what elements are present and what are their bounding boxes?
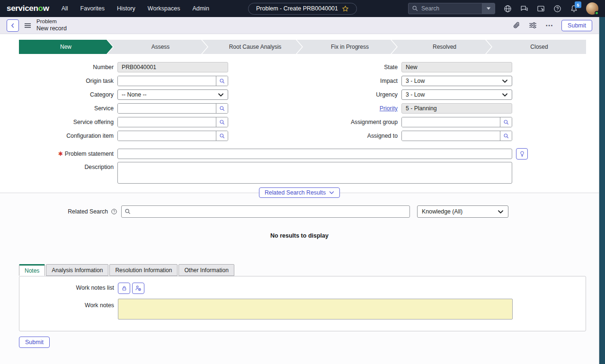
back-button[interactable] — [7, 19, 19, 32]
presence-indicator — [595, 11, 599, 15]
header-actions: 5 — [408, 2, 598, 15]
page-body: Problem New record ⋯ Submit New Assess R… — [0, 17, 599, 364]
category-select[interactable]: -- None -- — [117, 89, 228, 100]
tab-notes[interactable]: Notes — [19, 264, 45, 276]
assigned-to-lookup-button[interactable] — [500, 131, 512, 141]
chevron-down-icon — [502, 79, 508, 83]
assignment-group-input[interactable] — [402, 117, 500, 127]
nav-workspaces[interactable]: Workspaces — [148, 5, 180, 12]
attachment-icon[interactable] — [513, 22, 520, 29]
service-offering-input[interactable] — [118, 117, 216, 127]
state-field: New — [401, 62, 512, 72]
screen-share-icon[interactable] — [536, 4, 545, 13]
service-input[interactable] — [118, 104, 216, 113]
assignment-group-label: Assignment group — [303, 117, 398, 127]
lock-icon — [121, 285, 127, 292]
form-context-menu-icon[interactable] — [24, 23, 31, 28]
problem-statement-input[interactable] — [117, 149, 512, 159]
personalize-form-icon[interactable] — [529, 22, 537, 29]
stage-closed[interactable]: Closed — [486, 40, 586, 54]
related-search-results-toggle[interactable]: Related Search Results — [259, 187, 340, 198]
search-icon — [125, 208, 131, 215]
favorite-star-icon[interactable] — [342, 5, 349, 12]
knowledge-filter-select[interactable]: Knowledge (All) — [417, 205, 508, 218]
servicenow-logo[interactable]: servicenow — [7, 4, 49, 13]
tab-analysis-information[interactable]: Analysis Information — [46, 264, 108, 276]
nav-all[interactable]: All — [62, 5, 68, 12]
more-options-icon[interactable]: ⋯ — [545, 23, 553, 28]
record-header: Problem New record ⋯ Submit — [0, 17, 599, 34]
impact-label: Impact — [303, 76, 398, 86]
service-lookup-button[interactable] — [216, 104, 228, 113]
related-search-section: Related Search Results Related Search Kn… — [0, 193, 599, 264]
form-column-left: Number PRB0040001 Origin task — [19, 62, 228, 144]
nav-favorites[interactable]: Favorites — [80, 5, 105, 12]
context-pill-label: Problem - Create PRB0040001 — [256, 5, 338, 12]
work-notes-label: Work notes — [19, 300, 114, 311]
category-value: -- None -- — [122, 91, 147, 98]
help-circle-icon[interactable] — [111, 208, 117, 215]
work-notes-textarea[interactable] — [118, 299, 513, 320]
tab-resolution-information[interactable]: Resolution Information — [109, 264, 178, 276]
tab-strip: Notes Analysis Information Resolution In… — [19, 264, 599, 276]
global-search-input[interactable] — [421, 5, 479, 12]
search-icon — [412, 5, 418, 12]
stage-root-cause-analysis[interactable]: Root Cause Analysis — [202, 40, 302, 54]
configuration-item-label: Configuration item — [19, 131, 114, 141]
global-nav: All Favorites History Workspaces Admin — [62, 5, 209, 12]
description-textarea[interactable] — [117, 162, 512, 184]
configuration-item-input[interactable] — [118, 131, 216, 141]
required-marker: ✱ — [58, 151, 63, 157]
nav-history[interactable]: History — [117, 5, 135, 12]
problem-statement-label: ✱Problem statement — [19, 149, 114, 159]
origin-task-label: Origin task — [19, 76, 114, 86]
bell-icon[interactable]: 5 — [569, 4, 578, 13]
search-scope-dropdown[interactable] — [482, 3, 495, 14]
category-label: Category — [19, 89, 114, 100]
record-name: New record — [36, 25, 67, 32]
origin-task-lookup-button[interactable] — [216, 76, 228, 86]
service-label: Service — [19, 103, 114, 114]
work-notes-row: Work notes — [19, 299, 586, 320]
stage-resolved[interactable]: Resolved — [391, 40, 491, 54]
description-row: Description — [19, 162, 512, 186]
tabs-section: Notes Analysis Information Resolution In… — [0, 264, 599, 364]
assigned-to-input[interactable] — [402, 131, 500, 141]
impact-value: 3 - Low — [406, 78, 425, 84]
related-search-input[interactable] — [121, 205, 410, 218]
notes-tab-panel: Work notes list Work notes — [19, 276, 586, 331]
header-submit-button[interactable]: Submit — [561, 20, 592, 31]
priority-link-label[interactable]: Priority — [303, 103, 398, 114]
stage-assess[interactable]: Assess — [107, 40, 207, 54]
chevron-down-icon — [218, 93, 224, 97]
form-columns: Number PRB0040001 Origin task — [0, 62, 599, 144]
urgency-select[interactable]: 3 - Low — [401, 89, 512, 100]
chat-icon[interactable] — [520, 4, 528, 13]
record-header-actions: ⋯ Submit — [513, 20, 592, 31]
logo-accent: o — [38, 4, 43, 13]
global-search-field[interactable] — [409, 3, 482, 14]
work-notes-list-row: Work notes list — [19, 283, 586, 294]
notification-badge: 5 — [575, 1, 581, 8]
work-notes-list-label: Work notes list — [19, 283, 114, 294]
nav-admin[interactable]: Admin — [192, 5, 209, 12]
chevron-down-icon — [498, 210, 504, 214]
suggestion-lightbulb-button[interactable] — [516, 148, 528, 160]
user-avatar[interactable] — [586, 2, 598, 15]
globe-icon[interactable] — [503, 4, 512, 13]
configuration-item-lookup-button[interactable] — [216, 131, 228, 141]
work-notes-lock-button[interactable] — [118, 283, 130, 294]
add-me-icon — [135, 285, 142, 292]
context-pill[interactable]: Problem - Create PRB0040001 — [248, 3, 357, 15]
stage-new[interactable]: New — [19, 40, 113, 54]
page-scrollbar[interactable] — [599, 17, 605, 364]
tab-other-information[interactable]: Other Information — [178, 264, 234, 276]
stage-fix-in-progress[interactable]: Fix in Progress — [297, 40, 397, 54]
impact-select[interactable]: 3 - Low — [401, 76, 512, 86]
origin-task-input[interactable] — [118, 76, 216, 86]
footer-submit-button[interactable]: Submit — [19, 337, 50, 348]
service-offering-lookup-button[interactable] — [216, 117, 228, 127]
help-icon[interactable] — [553, 4, 561, 13]
assignment-group-lookup-button[interactable] — [500, 117, 512, 127]
add-me-button[interactable] — [132, 283, 144, 294]
